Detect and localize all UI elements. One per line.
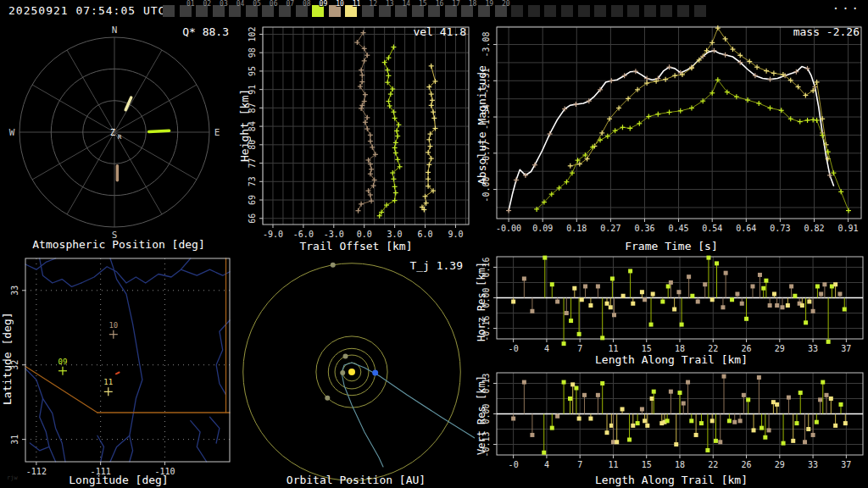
menu-ellipsis-icon[interactable]: ··· [832,2,861,15]
frame-box-18[interactable]: 18 [461,5,473,17]
top-bar: 20250921 07:54:05 UTC 010203040506070809… [0,0,868,21]
frame-box[interactable] [627,5,639,17]
frame-box-16[interactable]: 16 [428,5,440,17]
svg-text:09: 09 [58,358,68,366]
svg-text:26: 26 [742,460,752,469]
mass-stat: mass -2.26 [793,25,860,38]
frame-box-10[interactable]: 10 [329,5,341,17]
frame-box[interactable] [644,5,656,17]
light-y-axis-label: Absolute Magnitude [475,21,488,229]
atmospheric-position-plot: NESWZR [0,21,237,254]
frame-box[interactable] [677,5,689,17]
svg-text:0.91: 0.91 [838,224,859,233]
svg-text:0.82: 0.82 [804,224,824,233]
horz-x-axis-label: Length Along Trail [km] [475,353,868,366]
frame-label: 07 [286,1,294,8]
frame-box[interactable] [528,5,540,17]
svg-text:33: 33 [808,460,818,469]
map-x-axis-label: Longitude [deg] [0,474,237,486]
svg-text:4: 4 [544,344,549,353]
svg-text:11: 11 [608,460,618,469]
svg-text:0.0: 0.0 [357,230,372,239]
svg-text:11: 11 [103,378,113,386]
frame-box-12[interactable]: 12 [362,5,374,17]
svg-text:W: W [9,127,15,138]
frame-label: 04 [236,1,245,8]
frame-label: 08 [303,1,311,8]
q-factor-stat: Q* 88.3 [182,25,229,38]
frame-box-19[interactable]: 19 [478,5,490,17]
svg-text:-0.00: -0.00 [496,224,521,233]
frame-label: 13 [386,1,394,8]
frame-box-06[interactable]: 06 [262,5,274,17]
vert-x-axis-label: Length Along Trail [km] [475,474,868,486]
svg-text:37: 37 [841,344,851,353]
svg-text:-3.0: -3.0 [324,230,344,239]
frame-box[interactable] [561,5,573,17]
frame-box-05[interactable]: 05 [246,5,258,17]
svg-text:-0: -0 [509,344,519,353]
svg-text:0.36: 0.36 [634,224,654,233]
frame-box-07[interactable]: 07 [279,5,291,17]
frame-label: 11 [353,1,361,8]
frame-box-11[interactable]: 11 [345,5,357,17]
frame-label: 03 [220,1,228,8]
orbital-position-plot [237,254,475,488]
svg-text:0.64: 0.64 [736,224,756,233]
light-curve-plot: -0.000.090.180.270.360.450.540.640.730.8… [475,21,868,254]
frame-box[interactable] [511,5,523,17]
frame-box-01[interactable]: 01 [180,5,192,17]
frame-box[interactable] [660,5,672,17]
frame-box[interactable] [578,5,590,17]
svg-text:15: 15 [642,460,652,469]
app-window: 20250921 07:54:05 UTC 010203040506070809… [0,0,868,488]
frame-box[interactable] [163,5,175,17]
frame-box-09[interactable]: 09 [312,5,324,17]
frame-box-02[interactable]: 02 [196,5,208,17]
svg-text:9.0: 9.0 [448,230,463,239]
frame-box[interactable] [544,5,556,17]
frame-box-20[interactable]: 20 [495,5,507,17]
frame-box-04[interactable]: 04 [229,5,241,17]
panel-horizontal-residuals: -04711151822262933370.160.00-0.16 Horz R… [475,254,868,366]
panel-trail-offset: -9.0-6.0-3.00.03.06.09.06669737780848791… [237,21,475,254]
frame-box-08[interactable]: 08 [296,5,308,17]
frame-box-17[interactable]: 17 [445,5,457,17]
watermark: rjw [7,474,18,481]
frame-box[interactable] [594,5,606,17]
svg-text:0.09: 0.09 [532,224,553,233]
light-x-axis-label: Frame Time [s] [475,240,868,252]
frame-label: 14 [402,1,410,8]
panel-atmospheric-position: NESWZR Q* 88.3 Atmospheric Position [deg… [0,21,237,254]
svg-text:E: E [214,127,220,138]
vertical-residuals-plot: -04711151822262933370.130.00-0.13 [475,366,868,488]
frame-box[interactable] [611,5,623,17]
trail-x-axis-label: Trail Offset [km] [237,240,475,252]
frame-box-15[interactable]: 15 [412,5,424,17]
frame-box[interactable] [694,5,706,17]
svg-text:11: 11 [608,344,618,353]
frame-box-13[interactable]: 13 [379,5,391,17]
svg-text:0.27: 0.27 [600,224,620,233]
svg-text:0.73: 0.73 [770,224,790,233]
svg-text:7: 7 [577,344,582,353]
panel-vertical-residuals: -04711151822262933370.130.00-0.13 Vert R… [475,366,868,488]
svg-text:15: 15 [642,344,652,353]
horizontal-residuals-plot: -04711151822262933370.160.00-0.16 [475,254,868,366]
frame-strip: 0102030405060708091011121314151617181920 [0,0,868,21]
svg-text:26: 26 [742,344,752,353]
frame-box-03[interactable]: 03 [213,5,225,17]
tisserand-stat: T_j 1.39 [409,259,463,272]
frame-label: 01 [186,1,195,8]
svg-text:0.18: 0.18 [566,224,587,233]
svg-text:7: 7 [577,460,582,469]
svg-text:6.0: 6.0 [417,230,432,239]
frame-label: 15 [419,1,427,8]
frame-box-14[interactable]: 14 [395,5,407,17]
frame-label: 12 [369,1,377,8]
ground-map-plot: 091011-112-111-110313233 [0,254,237,488]
svg-text:0.45: 0.45 [669,224,689,233]
svg-text:3.0: 3.0 [387,230,403,239]
svg-text:18: 18 [675,460,685,469]
velocity-stat: vel 41.8 [413,25,466,38]
